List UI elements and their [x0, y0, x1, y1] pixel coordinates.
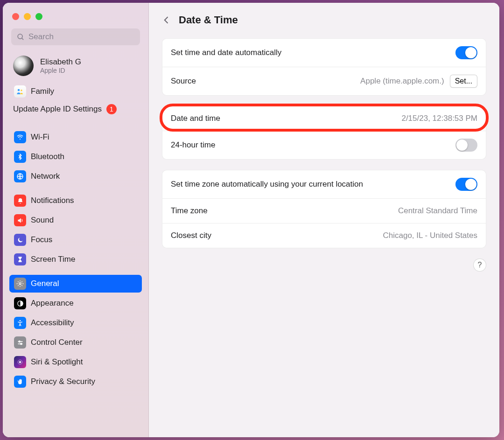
- sidebar-item-label: Notifications: [31, 196, 74, 205]
- minimize-window-button[interactable]: [24, 13, 31, 20]
- row-auto-tz: Set time zone automatically using your c…: [162, 170, 486, 199]
- sidebar-item-privacy[interactable]: Privacy & Security: [9, 373, 142, 391]
- sidebar-item-bluetooth[interactable]: Bluetooth: [9, 148, 142, 166]
- close-window-button[interactable]: [12, 13, 19, 20]
- sidebar-item-label: Network: [31, 172, 60, 181]
- bell-icon: [14, 195, 26, 207]
- source-value: Apple (time.apple.com.): [360, 77, 444, 86]
- svg-line-1: [22, 38, 24, 40]
- sidebar-item-label: Focus: [31, 235, 52, 244]
- family-icon: [14, 85, 26, 98]
- sidebar-item-accessibility[interactable]: Accessibility: [9, 314, 142, 332]
- sidebar-item-label: Appearance: [31, 299, 74, 308]
- group-date-time: Date and time 2/15/23, 12:38:53 PM 24-ho…: [162, 106, 486, 160]
- svg-point-4: [20, 139, 21, 140]
- sidebar-item-control-center[interactable]: Control Center: [9, 334, 142, 351]
- search-placeholder: Search: [28, 32, 54, 42]
- sidebar-item-notifications[interactable]: Notifications: [9, 192, 142, 210]
- detail-pane: Date & Time Set time and date automatica…: [149, 3, 499, 437]
- search-icon: [17, 33, 25, 41]
- user-sub: Apple ID: [40, 67, 81, 74]
- system-settings-window: Search Elisabeth G Apple ID Family Updat…: [3, 3, 499, 437]
- sidebar-item-sound[interactable]: Sound: [9, 211, 142, 229]
- svg-point-11: [19, 341, 20, 342]
- city-value: Chicago, IL - United States: [383, 231, 477, 240]
- moon-icon: [14, 234, 26, 246]
- row-24h: 24-hour time: [162, 131, 486, 159]
- sidebar-item-label: Bluetooth: [31, 152, 64, 161]
- update-badge: 1: [106, 104, 117, 114]
- svg-point-0: [18, 34, 22, 39]
- sidebar-item-network[interactable]: Network: [9, 168, 142, 185]
- auto-tz-toggle[interactable]: [455, 178, 477, 191]
- sidebar-item-label: Family: [31, 87, 54, 96]
- back-button[interactable]: [162, 15, 171, 25]
- label: Source: [171, 77, 196, 86]
- help-button[interactable]: ?: [473, 258, 486, 272]
- sidebar-item-label: Siri & Spotlight: [31, 357, 83, 367]
- hourglass-icon: [14, 253, 26, 265]
- accessibility-icon: [14, 317, 26, 329]
- row-city: Closest city Chicago, IL - United States: [162, 223, 486, 248]
- sidebar-item-label: Screen Time: [31, 255, 75, 264]
- sidebar-item-siri[interactable]: Siri & Spotlight: [9, 353, 142, 371]
- row-tz: Time zone Central Standard Time: [162, 199, 486, 223]
- apple-id-row[interactable]: Elisabeth G Apple ID: [9, 54, 142, 83]
- label: Closest city: [171, 231, 211, 240]
- avatar: [13, 56, 34, 76]
- header: Date & Time: [162, 14, 486, 26]
- appearance-icon: [14, 297, 26, 309]
- sidebar-item-general[interactable]: General: [9, 275, 142, 293]
- sidebar-item-appearance[interactable]: Appearance: [9, 294, 142, 312]
- tz-value: Central Standard Time: [398, 206, 477, 216]
- group-time-zone: Set time zone automatically using your c…: [162, 170, 486, 248]
- wifi-icon: [14, 131, 26, 143]
- sidebar-item-label: Wi-Fi: [31, 133, 49, 142]
- sidebar-item-wifi[interactable]: Wi-Fi: [9, 128, 142, 146]
- bluetooth-icon: [14, 151, 26, 163]
- user-name: Elisabeth G: [40, 57, 81, 67]
- svg-point-14: [19, 361, 21, 363]
- network-icon: [14, 170, 26, 182]
- hand-icon: [14, 376, 26, 388]
- sidebar-item-label: General: [31, 279, 59, 288]
- label: Set time and date automatically: [171, 48, 281, 57]
- gear-icon: [14, 278, 26, 290]
- auto-time-toggle[interactable]: [455, 46, 477, 59]
- svg-point-12: [20, 343, 21, 344]
- sidebar-item-focus[interactable]: Focus: [9, 231, 142, 249]
- svg-point-6: [19, 283, 21, 285]
- search-input[interactable]: Search: [11, 28, 140, 45]
- window-controls: [12, 13, 142, 20]
- label: Set time zone automatically using your c…: [171, 180, 363, 189]
- sidebar-item-label: Accessibility: [31, 318, 74, 328]
- twentyfour-hour-toggle[interactable]: [455, 139, 477, 152]
- speaker-icon: [14, 214, 26, 226]
- update-label: Update Apple ID Settings: [13, 105, 102, 114]
- label: 24-hour time: [171, 140, 215, 150]
- zoom-window-button[interactable]: [35, 13, 42, 20]
- sidebar-item-screen-time[interactable]: Screen Time: [9, 251, 142, 268]
- label: Date and time: [171, 114, 220, 123]
- row-source: Source Apple (time.apple.com.) Set...: [162, 67, 486, 95]
- page-title: Date & Time: [179, 14, 238, 26]
- label: Time zone: [171, 206, 208, 216]
- sidebar-item-label: Privacy & Security: [31, 377, 95, 386]
- set-source-button[interactable]: Set...: [450, 75, 477, 88]
- sidebar-item-label: Control Center: [31, 338, 83, 347]
- svg-point-2: [18, 89, 20, 91]
- svg-point-8: [20, 320, 21, 321]
- sidebar: Search Elisabeth G Apple ID Family Updat…: [3, 3, 149, 437]
- siri-icon: [14, 356, 26, 368]
- sidebar-item-label: Sound: [31, 216, 54, 225]
- svg-point-3: [21, 90, 22, 91]
- date-time-value: 2/15/23, 12:38:53 PM: [401, 114, 477, 123]
- sidebar-item-family[interactable]: Family: [9, 83, 142, 100]
- sliders-icon: [14, 336, 26, 349]
- group-auto-time: Set time and date automatically Source A…: [162, 38, 486, 96]
- row-auto-time: Set time and date automatically: [162, 39, 486, 67]
- row-date-time: Date and time 2/15/23, 12:38:53 PM: [162, 106, 486, 131]
- update-apple-id-row[interactable]: Update Apple ID Settings 1: [9, 102, 142, 122]
